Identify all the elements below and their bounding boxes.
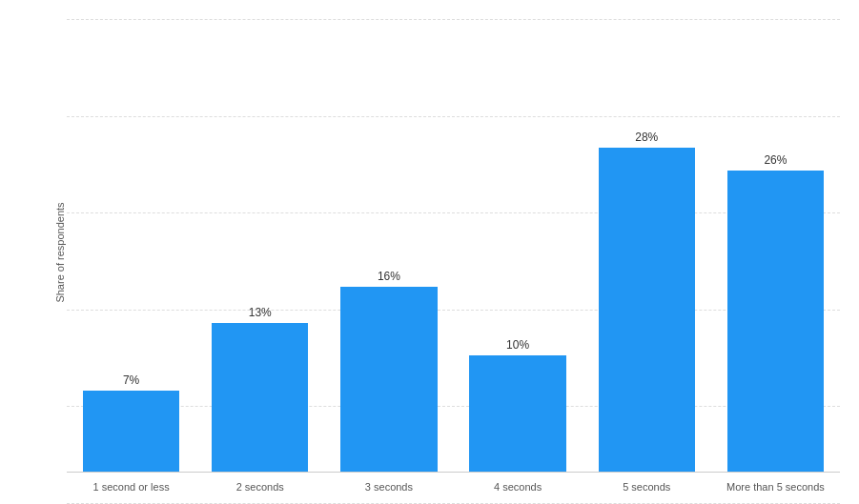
bar-group: 7% bbox=[67, 19, 195, 472]
bar-group: 28% bbox=[583, 19, 711, 472]
bar bbox=[727, 171, 824, 472]
bar bbox=[469, 355, 565, 472]
bar bbox=[212, 323, 308, 472]
bar bbox=[83, 391, 179, 472]
bar bbox=[599, 148, 695, 472]
bar-group: 13% bbox=[195, 19, 324, 472]
bar-value-label: 28% bbox=[635, 131, 658, 144]
bar bbox=[340, 287, 437, 472]
y-axis-label: Share of respondents bbox=[54, 202, 66, 302]
bar-value-label: 10% bbox=[506, 338, 529, 352]
bar-value-label: 7% bbox=[123, 373, 139, 387]
chart-container: Share of respondents 7%13%16%10%28%26% 1… bbox=[0, 0, 859, 504]
chart-area: 7%13%16%10%28%26% 1 second or less2 seco… bbox=[67, 19, 840, 504]
bar-value-label: 16% bbox=[378, 270, 400, 283]
bar-group: 10% bbox=[454, 19, 583, 472]
bars-section: 7%13%16%10%28%26% bbox=[67, 19, 840, 472]
bar-group: 16% bbox=[324, 19, 453, 472]
bar-group: 26% bbox=[711, 19, 840, 472]
bar-value-label: 13% bbox=[249, 306, 272, 319]
bar-value-label: 26% bbox=[764, 153, 787, 167]
